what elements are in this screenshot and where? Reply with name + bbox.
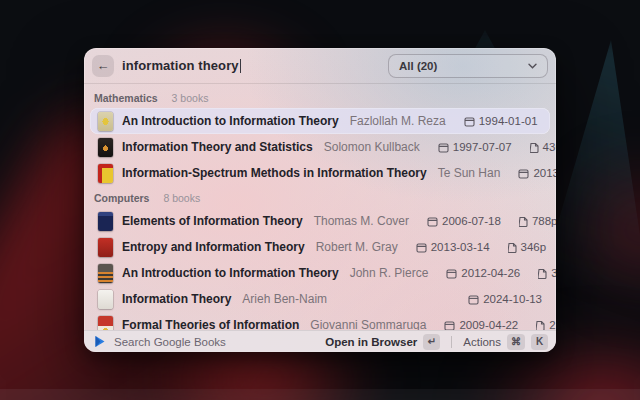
section-name: Mathematics: [94, 92, 158, 104]
text-cursor: [240, 59, 242, 73]
book-title: Formal Theories of Information: [122, 318, 299, 330]
search-bar: ← information theory All (20): [84, 48, 556, 84]
book-date: 2006-07-18: [427, 215, 501, 227]
google-play-icon: [94, 335, 106, 348]
section-count: 3 books: [172, 92, 209, 104]
actions-menu-button[interactable]: Actions ⌘ K: [463, 334, 548, 350]
book-title: Entropy and Information Theory: [122, 240, 305, 254]
book-author: Solomon Kullback: [324, 140, 420, 154]
book-author: Te Sun Han: [438, 166, 501, 180]
book-pages: 335p: [538, 267, 556, 279]
section-name: Computers: [94, 192, 149, 204]
arrow-left-icon: ←: [97, 58, 110, 73]
book-cover-thumbnail: [98, 238, 113, 257]
results-list: Mathematics 3 books An Introduction to I…: [84, 84, 556, 330]
filter-dropdown[interactable]: All (20): [388, 54, 548, 78]
book-author: John R. Pierce: [350, 266, 429, 280]
section-count: 8 books: [163, 192, 200, 204]
book-date: 2013-03-14: [416, 241, 490, 253]
book-date: 2009-04-22: [444, 319, 518, 330]
calendar-icon: [468, 294, 479, 305]
footer-divider: [451, 336, 452, 348]
book-title: Elements of Information Theory: [122, 214, 303, 228]
launcher-window: ← information theory All (20) Mathematic…: [84, 48, 556, 352]
book-date: 2024-10-13: [468, 293, 542, 305]
search-query-text: information theory: [122, 58, 239, 73]
back-button[interactable]: ←: [92, 55, 114, 77]
book-cover-thumbnail: [98, 112, 113, 131]
book-row[interactable]: Entropy and Information Theory Robert M.…: [90, 234, 550, 260]
book-title: Information Theory: [122, 292, 231, 306]
book-author: Arieh Ben-Naim: [242, 292, 327, 306]
book-title: Information Theory and Statistics: [122, 140, 313, 154]
action-bar: Search Google Books Open in Browser ↵ Ac…: [84, 330, 556, 352]
book-cover-thumbnail: [98, 212, 113, 231]
book-row[interactable]: Formal Theories of Information Giovanni …: [90, 312, 550, 330]
book-date: 2012-04-26: [446, 267, 520, 279]
book-date: 1997-07-07: [438, 141, 512, 153]
chevron-down-icon: [528, 63, 537, 69]
book-row[interactable]: Information Theory Arieh Ben-Naim 2024-1…: [90, 286, 550, 312]
book-author: Robert M. Gray: [316, 240, 398, 254]
enter-key-badge: ↵: [423, 334, 440, 350]
book-cover-thumbnail: [98, 138, 113, 157]
section-header-computers: Computers 8 books: [90, 186, 550, 208]
book-pages: 436p: [530, 141, 556, 153]
calendar-icon: [416, 242, 427, 253]
page-icon: [519, 216, 528, 227]
book-cover-thumbnail: [98, 264, 113, 283]
book-cover-thumbnail: [98, 316, 113, 331]
book-row[interactable]: Elements of Information Theory Thomas M.…: [90, 208, 550, 234]
book-date: 2013-04-18: [518, 167, 556, 179]
calendar-icon: [518, 168, 529, 179]
book-title: An Introduction to Information Theory: [122, 114, 339, 128]
book-author: Fazlollah M. Reza: [350, 114, 446, 128]
calendar-icon: [427, 216, 438, 227]
filter-selected-value: All (20): [399, 60, 528, 72]
book-cover-thumbnail: [98, 164, 113, 183]
calendar-icon: [464, 116, 475, 127]
book-row[interactable]: An Introduction to Information Theory Fa…: [90, 108, 550, 134]
calendar-icon: [438, 142, 449, 153]
book-author: Giovanni Sommaruga: [310, 318, 426, 330]
page-icon: [538, 268, 547, 279]
book-pages: 788p: [519, 215, 556, 227]
k-key-badge: K: [531, 334, 548, 350]
page-icon: [508, 242, 517, 253]
book-title: Information-Spectrum Methods in Informat…: [122, 166, 427, 180]
book-cover-thumbnail: [98, 290, 113, 309]
command-key-badge: ⌘: [507, 334, 525, 350]
book-author: Thomas M. Cover: [314, 214, 409, 228]
book-date: 1994-01-01: [464, 115, 538, 127]
extension-source-label: Search Google Books: [114, 336, 226, 348]
page-icon: [530, 142, 539, 153]
book-title: An Introduction to Information Theory: [122, 266, 339, 280]
open-in-browser-action[interactable]: Open in Browser ↵: [325, 334, 440, 350]
book-pages: 275p: [536, 319, 556, 330]
section-header-mathematics: Mathematics 3 books: [90, 84, 550, 108]
calendar-icon: [444, 320, 455, 331]
calendar-icon: [446, 268, 457, 279]
search-input[interactable]: information theory: [122, 58, 380, 73]
page-icon: [536, 320, 545, 331]
book-row[interactable]: Information-Spectrum Methods in Informat…: [90, 160, 550, 186]
book-row[interactable]: An Introduction to Information Theory Jo…: [90, 260, 550, 286]
extension-source: Search Google Books: [94, 335, 317, 348]
book-pages: 346p: [508, 241, 547, 253]
wallpaper-bottom-strip: [0, 389, 640, 400]
book-row[interactable]: Information Theory and Statistics Solomo…: [90, 134, 550, 160]
